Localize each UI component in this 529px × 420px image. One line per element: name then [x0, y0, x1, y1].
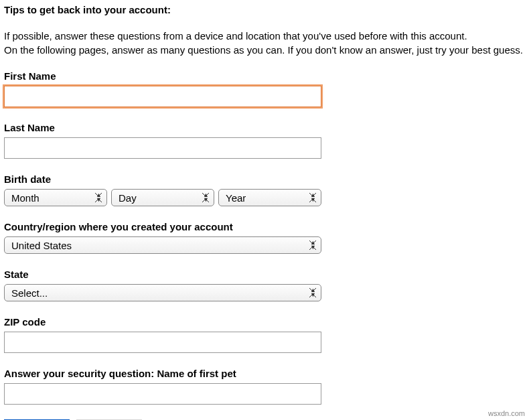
first-name-input[interactable]	[4, 86, 321, 107]
tips-text: If possible, answer these questions from…	[4, 29, 525, 57]
security-question-label: Answer your security question: Name of f…	[4, 368, 525, 379]
tips-line-2: On the following pages, answer as many q…	[4, 43, 525, 57]
last-name-label: Last Name	[4, 122, 525, 133]
country-label: Country/region where you created your ac…	[4, 221, 525, 232]
first-name-label: First Name	[4, 70, 525, 82]
zip-label: ZIP code	[4, 316, 525, 328]
state-select[interactable]: Select...	[4, 284, 321, 301]
page-heading: Tips to get back into your account:	[4, 4, 525, 15]
state-label: State	[4, 269, 525, 280]
tips-line-1: If possible, answer these questions from…	[4, 29, 525, 43]
birth-day-select[interactable]: Day	[111, 189, 214, 206]
last-name-input[interactable]	[4, 137, 321, 159]
security-answer-input[interactable]	[4, 383, 321, 405]
watermark-text: wsxdn.com	[488, 409, 525, 417]
country-select[interactable]: United States	[4, 236, 321, 254]
zip-input[interactable]	[4, 332, 321, 353]
birth-year-select[interactable]: Year	[218, 189, 321, 206]
birth-date-label: Birth date	[4, 173, 525, 185]
birth-month-select[interactable]: Month	[4, 189, 107, 206]
